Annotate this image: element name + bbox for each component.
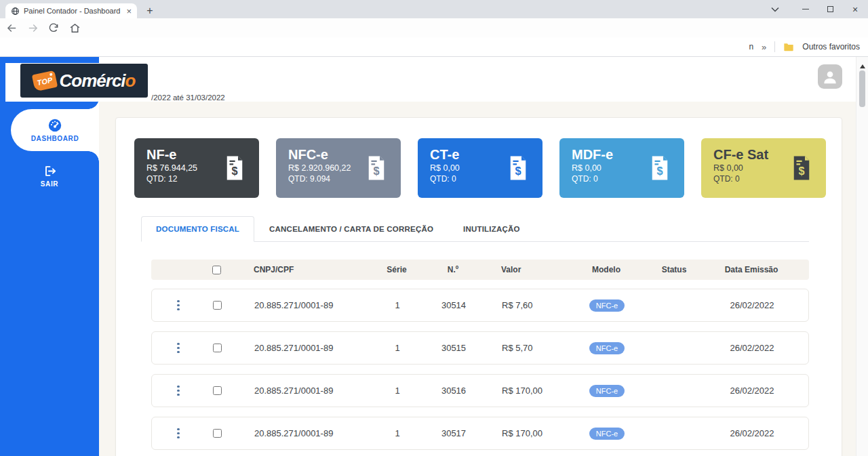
summary-cards-row: NF-e R$ 76.944,25 QTD: 12 $ NFC-e R$ 2.9… [134,138,826,198]
user-avatar[interactable] [818,64,842,89]
cell-cnpj: 20.885.271/0001-89 [229,300,365,310]
summary-card: CT-e R$ 0,00 QTD: 0 $ [418,138,542,198]
page-scrollbar[interactable] [856,57,868,456]
other-favorites-label[interactable]: Outros favoritos [802,42,860,51]
window-close-button[interactable]: × [844,0,867,18]
svg-text:$: $ [231,165,237,177]
table-row[interactable]: 20.885.271/0001-89 1 30515 R$ 5,70 NFC-e… [151,331,809,365]
cell-cnpj: 20.885.271/0001-89 [229,428,365,438]
sidebar-item-label: SAIR [41,180,58,188]
invoice-dollar-icon: $ [366,155,387,181]
table-row[interactable]: 20.885.271/0001-89 1 30514 R$ 7,60 NFC-e… [151,289,809,322]
svg-text:$: $ [373,165,379,177]
col-header-valor: Valor [477,265,558,274]
sidebar-item-dashboard[interactable]: DASHBOARD [11,109,99,151]
row-menu-kebab-icon[interactable] [172,297,184,314]
window-chevron-down-icon[interactable] [764,0,787,18]
select-all-checkbox[interactable] [212,266,221,274]
invoice-dollar-icon: $ [508,155,528,181]
logo-tag-icon: TOP [31,70,57,91]
refresh-button[interactable] [47,22,60,34]
sidebar-item-sair[interactable]: SAIR [0,157,99,195]
back-button[interactable] [5,22,18,34]
cell-valor: R$ 7,60 [477,300,559,310]
content-tab[interactable]: CANCELAMENTO / CARTA DE CORREÇÃO [254,216,448,242]
bookmarks-divider [774,41,775,52]
row-checkbox[interactable] [213,386,222,395]
bookmark-item[interactable]: n [749,42,753,51]
cell-valor: R$ 5,70 [477,343,559,353]
table-row[interactable]: 20.885.271/0001-89 1 30517 R$ 170,00 NFC… [151,417,809,450]
modelo-badge: NFC-e [589,385,625,397]
svg-text:$: $ [656,165,663,177]
content-tab-label: CANCELAMENTO / CARTA DE CORREÇÃO [269,225,433,233]
content-tab[interactable]: INUTILIZAÇÃO [448,216,535,242]
dashboard-card: NF-e R$ 76.944,25 QTD: 12 $ NFC-e R$ 2.9… [115,117,842,456]
app-logo: TOP Comércio [20,64,148,98]
tab-title: Painel Contador - Dashboard [24,7,122,15]
cell-data-emissao: 26/02/2022 [694,300,810,310]
row-menu-kebab-icon[interactable] [172,339,184,357]
cell-numero: 30515 [430,343,477,353]
scrollbar-up-arrow-icon[interactable] [860,64,865,68]
cell-data-emissao: 26/02/2022 [694,428,810,438]
person-icon [821,68,839,85]
row-menu-kebab-icon[interactable] [172,382,184,400]
window-minimize-button[interactable] [794,0,817,18]
tab-close-icon[interactable]: × [126,7,132,16]
col-header-data-emissao: Data Emissão [694,265,809,274]
invoice-dollar-icon: $ [791,155,812,181]
col-header-cnpj: CNPJ/CPF [229,265,364,274]
col-header-modelo: Modelo [558,265,654,274]
bookmarks-bar: n » Outros favoritos [0,37,868,57]
cell-numero: 30517 [430,428,477,438]
browser-window: Painel Contador - Dashboard × + × [0,0,868,456]
summary-card: CF-e Sat R$ 0,00 QTD: 0 $ [701,138,826,198]
window-maximize-button[interactable] [818,0,842,18]
table-header-row: CNPJ/CPF Série N.º Valor Modelo Status D… [151,260,809,280]
browser-tab-strip: Painel Contador - Dashboard × + × [0,0,868,18]
cell-valor: R$ 170,00 [477,428,559,438]
modelo-badge: NFC-e [589,428,625,440]
logout-icon [43,165,56,178]
new-tab-button[interactable]: + [142,3,157,18]
summary-card: NF-e R$ 76.944,25 QTD: 12 $ [134,138,259,198]
browser-tab[interactable]: Painel Contador - Dashboard × [5,3,137,18]
bookmarks-overflow-chevron[interactable]: » [762,42,766,52]
dashboard-gauge-icon [47,118,62,133]
row-menu-kebab-icon[interactable] [172,425,184,442]
date-range-text: /2022 até 31/03/2022 [151,94,225,102]
invoice-dollar-icon: $ [224,155,245,181]
cell-serie: 1 [365,300,430,310]
summary-card: NFC-e R$ 2.920.960,22 QTD: 9.094 $ [276,138,401,198]
sidebar-item-label: DASHBOARD [31,135,79,142]
content-tab-label: INUTILIZAÇÃO [463,225,520,233]
cell-data-emissao: 26/02/2022 [694,386,810,396]
modelo-badge: NFC-e [589,342,625,354]
home-button[interactable] [68,22,81,34]
cell-cnpj: 20.885.271/0001-89 [229,386,365,396]
col-header-serie: Série [364,265,429,274]
folder-icon [783,42,794,51]
browser-toolbar [0,18,868,37]
col-header-numero: N.º [429,265,477,274]
logo-wordmark: Comércio [60,70,136,91]
scrollbar-thumb[interactable] [859,70,865,107]
content-tab[interactable]: DOCUMENTO FISCAL [141,216,254,242]
svg-text:$: $ [798,165,804,177]
cell-serie: 1 [365,428,430,438]
cell-cnpj: 20.885.271/0001-89 [229,343,365,353]
table-body: 20.885.271/0001-89 1 30514 R$ 7,60 NFC-e… [151,289,809,456]
row-checkbox[interactable] [213,344,222,352]
row-checkbox[interactable] [213,301,222,310]
cell-data-emissao: 26/02/2022 [694,343,810,353]
svg-text:$: $ [515,165,521,177]
sidebar: DASHBOARD SAIR [0,57,99,456]
content-area: NF-e R$ 76.944,25 QTD: 12 $ NFC-e R$ 2.9… [99,102,856,456]
summary-card: MDF-e R$ 0,00 QTD: 0 $ [559,138,684,198]
row-checkbox[interactable] [213,429,222,438]
modelo-badge: NFC-e [589,299,625,312]
table-row[interactable]: 20.885.271/0001-89 1 30516 R$ 170,00 NFC… [151,374,809,407]
col-header-status: Status [654,265,694,274]
forward-button[interactable] [26,22,39,34]
